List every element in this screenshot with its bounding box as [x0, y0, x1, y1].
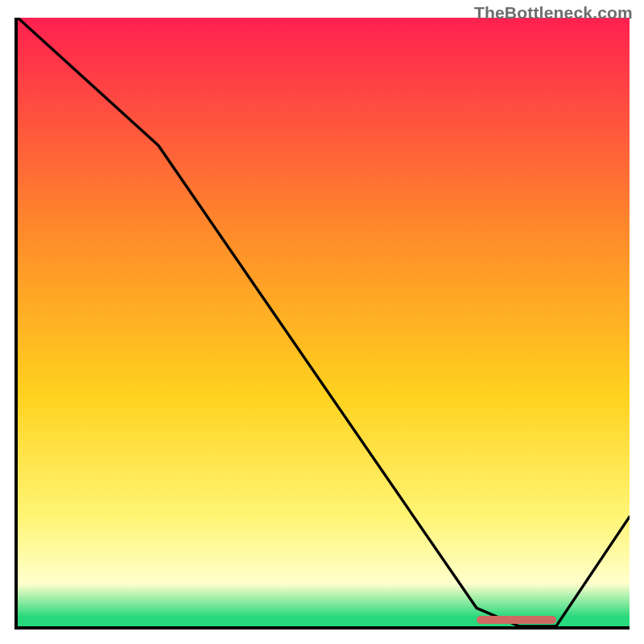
gradient-background	[18, 18, 630, 626]
optimal-range-marker	[477, 616, 556, 624]
svg-rect-0	[18, 18, 630, 626]
chart-container: TheBottleneck.com	[0, 0, 644, 644]
plot-area	[14, 18, 630, 630]
